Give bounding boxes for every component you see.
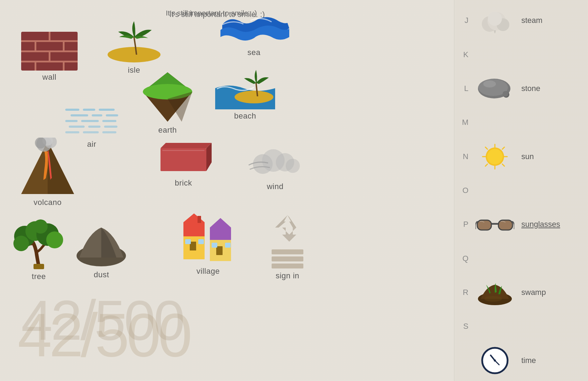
sidebar-letter-s: S — [461, 322, 468, 331]
svg-rect-19 — [99, 109, 115, 111]
stone-label: stone — [521, 84, 540, 93]
svg-line-84 — [502, 147, 504, 149]
wind-icon — [247, 134, 303, 180]
sidebar: J steam K L — [454, 0, 588, 381]
sidebar-letter-j: J — [461, 16, 468, 25]
svg-point-16 — [235, 91, 273, 103]
dust-label: dust — [94, 270, 109, 279]
svg-point-51 — [34, 219, 48, 234]
wall-label: wall — [42, 73, 56, 82]
item-dust[interactable]: dust — [74, 217, 129, 279]
svg-marker-33 — [48, 141, 74, 194]
item-brick[interactable]: brick — [155, 141, 212, 188]
svg-rect-65 — [272, 249, 303, 254]
sidebar-item-o: O — [454, 174, 588, 207]
item-isle[interactable]: isle — [102, 18, 166, 75]
sidebar-item-s: S — [454, 309, 588, 343]
sun-label: sun — [521, 152, 534, 161]
brick-icon — [155, 141, 212, 176]
svg-point-71 — [488, 12, 502, 26]
svg-rect-20 — [71, 114, 88, 116]
svg-rect-10 — [21, 32, 78, 71]
svg-rect-18 — [83, 109, 95, 111]
svg-rect-26 — [69, 126, 85, 128]
item-sea[interactable]: sea — [219, 14, 289, 57]
svg-point-45 — [286, 159, 300, 173]
svg-rect-23 — [65, 120, 78, 122]
steam-icon — [479, 6, 511, 35]
sidebar-item-time[interactable]: time — [454, 344, 588, 377]
sidebar-item-stone[interactable]: L stone — [454, 72, 588, 105]
svg-rect-66 — [272, 256, 303, 261]
score-overlay: 42/500 — [21, 288, 183, 353]
beach-icon — [215, 64, 275, 109]
sidebar-item-sunglasses[interactable]: P sunglasses — [454, 207, 588, 241]
svg-point-11 — [108, 47, 160, 62]
sunglasses-label: sunglasses — [521, 220, 560, 229]
swamp-icon — [477, 279, 513, 306]
sidebar-item-q: Q — [454, 242, 588, 276]
stone-icon-area — [475, 75, 514, 102]
svg-point-97 — [494, 359, 496, 362]
svg-rect-17 — [65, 109, 79, 111]
item-beach[interactable]: beach — [215, 64, 275, 121]
item-volcano[interactable]: volcano — [19, 138, 76, 207]
sidebar-letter-o: O — [461, 186, 468, 195]
volcano-label: volcano — [34, 198, 61, 207]
item-wind[interactable]: wind — [247, 134, 303, 191]
sunglasses-icon-area — [475, 211, 514, 238]
swamp-label: swamp — [521, 288, 546, 297]
svg-rect-29 — [65, 131, 79, 133]
sidebar-letter-r: R — [461, 288, 468, 297]
steam-label: steam — [521, 16, 542, 25]
svg-marker-38 — [160, 143, 212, 148]
svg-rect-64 — [225, 243, 231, 248]
village-icon — [173, 208, 243, 265]
svg-point-37 — [35, 138, 46, 149]
sidebar-item-swamp[interactable]: R swamp — [454, 276, 588, 309]
svg-rect-21 — [92, 114, 102, 116]
isle-icon — [102, 18, 166, 64]
brick-label: brick — [175, 179, 192, 188]
svg-point-49 — [13, 236, 29, 251]
svg-line-82 — [485, 147, 487, 149]
sidebar-item-steam[interactable]: J steam — [454, 4, 588, 37]
svg-rect-67 — [272, 264, 303, 268]
svg-rect-57 — [185, 239, 191, 244]
sidebar-letter-m: M — [461, 118, 468, 127]
svg-rect-24 — [81, 120, 99, 122]
item-tree[interactable]: tree — [9, 212, 69, 281]
item-sign-in[interactable]: sign in — [270, 212, 305, 280]
item-earth[interactable]: earth — [141, 71, 194, 135]
tree-label: tree — [32, 272, 46, 281]
sidebar-letter-n: N — [461, 152, 468, 161]
svg-rect-25 — [102, 120, 116, 122]
item-village[interactable]: village — [173, 208, 243, 276]
sidebar-letter-p: P — [461, 220, 468, 229]
air-icon — [63, 106, 120, 138]
svg-rect-52 — [34, 264, 44, 269]
svg-rect-31 — [102, 131, 116, 133]
volcano-icon — [19, 138, 76, 196]
sun-icon — [479, 143, 511, 171]
sidebar-item-k: K — [454, 37, 588, 71]
score-number: 42/500 — [18, 301, 189, 369]
sun-icon-area — [475, 143, 514, 170]
sidebar-item-m: M — [454, 105, 588, 139]
item-wall[interactable]: wall — [21, 32, 78, 82]
sea-icon — [219, 14, 289, 46]
svg-point-76 — [503, 91, 508, 97]
svg-rect-88 — [477, 220, 491, 230]
isle-label: isle — [128, 66, 140, 75]
svg-point-74 — [483, 80, 496, 87]
svg-rect-87 — [491, 223, 499, 225]
earth-icon — [141, 71, 194, 123]
earth-label: earth — [158, 126, 177, 135]
sidebar-item-sun[interactable]: N sun — [454, 139, 588, 173]
svg-rect-30 — [83, 131, 99, 133]
svg-rect-90 — [498, 220, 513, 230]
wall-icon — [21, 32, 78, 71]
svg-rect-28 — [104, 126, 117, 128]
wind-label: wind — [267, 182, 283, 191]
beach-label: beach — [234, 111, 256, 121]
